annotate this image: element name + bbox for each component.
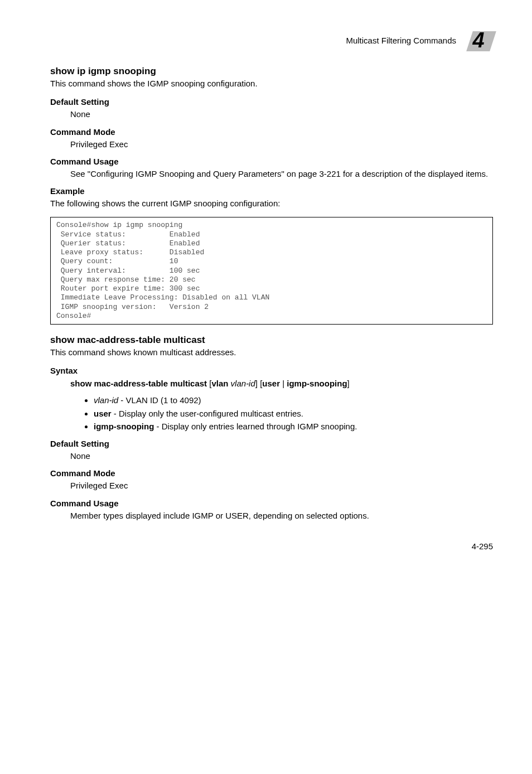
subhead-default-setting-1: Default Setting xyxy=(50,97,493,107)
syntax-igmp-kw: igmp-snooping xyxy=(287,379,347,388)
page-number: 4-295 xyxy=(472,541,493,551)
example-intro-1: The following shows the current IGMP sno… xyxy=(50,198,493,209)
bullet-desc: Display only entries learned through IGM… xyxy=(162,422,357,431)
syntax-bullet-list: vlan-id - VLAN ID (1 to 4092) user - Dis… xyxy=(94,395,493,432)
bullet-term: user xyxy=(94,409,112,418)
page-container: Multicast Filtering Commands 4 show ip i… xyxy=(0,0,532,573)
bullet-vlan-id: vlan-id - VLAN ID (1 to 4092) xyxy=(94,395,493,406)
command-usage-text-2: Member types displayed include IGMP or U… xyxy=(70,510,493,521)
command-title-1: show ip igmp snooping xyxy=(50,66,493,77)
syntax-line: show mac-address-table multicast [vlan v… xyxy=(70,378,493,389)
command-usage-text-1: See "Configuring IGMP Snooping and Query… xyxy=(70,168,493,180)
syntax-cmd: show mac-address-table multicast xyxy=(70,379,207,388)
command-title-2: show mac-address-table multicast xyxy=(50,335,493,346)
subhead-command-mode-1: Command Mode xyxy=(50,127,493,137)
header-section-title: Multicast Filtering Commands xyxy=(346,36,456,45)
syntax-vlan-kw: vlan xyxy=(211,379,228,388)
page-footer: 4-295 xyxy=(50,541,493,551)
indent-block: See "Configuring IGMP Snooping and Query… xyxy=(70,168,493,180)
indent-block: None xyxy=(70,451,493,462)
syntax-rb2: ] xyxy=(347,379,350,388)
command-mode-text-1: Privileged Exec xyxy=(70,139,493,150)
subhead-command-usage-1: Command Usage xyxy=(50,157,493,166)
command-intro-1: This command shows the IGMP snooping con… xyxy=(50,78,493,89)
bullet-desc: Display only the user-configured multica… xyxy=(119,409,303,418)
bullet-desc: VLAN ID (1 to 4092) xyxy=(126,395,201,405)
subhead-command-mode-2: Command Mode xyxy=(50,468,493,478)
indent-block: Privileged Exec xyxy=(70,139,493,150)
indent-block: Privileged Exec xyxy=(70,480,493,491)
bullet-term: igmp-snooping xyxy=(94,422,154,431)
subhead-command-usage-2: Command Usage xyxy=(50,499,493,508)
subhead-example-1: Example xyxy=(50,186,493,196)
chapter-number: 4 xyxy=(472,28,484,52)
subhead-default-setting-2: Default Setting xyxy=(50,439,493,448)
code-example-1: Console#show ip igmp snooping Service st… xyxy=(50,217,493,325)
indent-block: None xyxy=(70,109,493,120)
command-mode-text-2: Privileged Exec xyxy=(70,480,493,491)
syntax-vlan-arg: vlan-id xyxy=(231,379,255,388)
subhead-syntax: Syntax xyxy=(50,366,493,375)
default-setting-text-1: None xyxy=(70,109,493,120)
page-header: Multicast Filtering Commands 4 xyxy=(50,28,493,52)
bullet-term: vlan-id xyxy=(94,395,118,405)
default-setting-text-2: None xyxy=(70,451,493,462)
bullet-igmp-snooping: igmp-snooping - Display only entries lea… xyxy=(94,421,493,432)
syntax-pipe: | xyxy=(280,379,287,388)
chapter-badge: 4 xyxy=(464,28,493,52)
syntax-rb1: ] [ xyxy=(255,379,263,388)
command-intro-2: This command shows known multicast addre… xyxy=(50,347,493,358)
bullet-user: user - Display only the user-configured … xyxy=(94,408,493,419)
indent-block: Member types displayed include IGMP or U… xyxy=(70,510,493,521)
syntax-user-kw: user xyxy=(262,379,280,388)
